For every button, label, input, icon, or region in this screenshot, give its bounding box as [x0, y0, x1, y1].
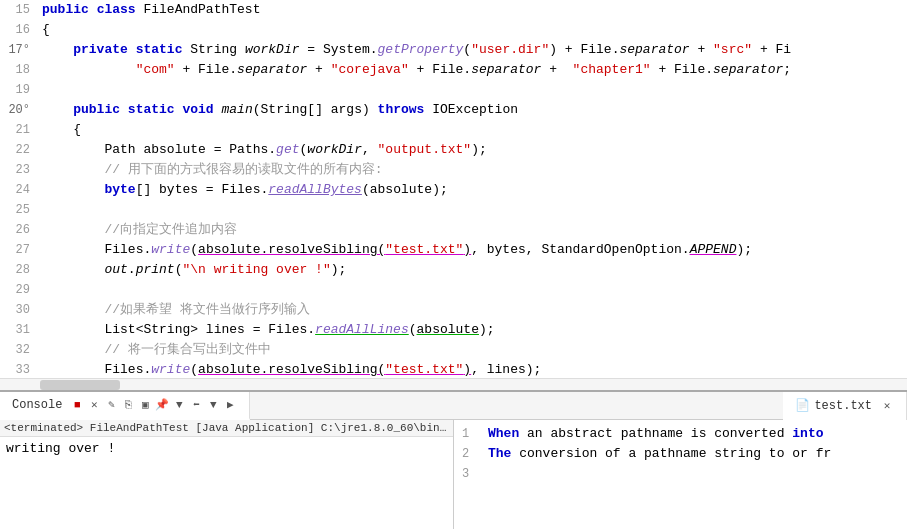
line-num-15: 15	[4, 0, 30, 20]
code-line-15: public class FileAndPathTest	[42, 0, 907, 20]
code-line-23: // 用下面的方式很容易的读取文件的所有内容:	[42, 160, 907, 180]
edit-icon[interactable]: ✎	[104, 398, 118, 412]
line-num-27: 27	[4, 240, 30, 260]
line-num-21: 21	[4, 120, 30, 140]
code-line-25	[42, 200, 907, 220]
terminate-icon[interactable]: ■	[70, 398, 84, 412]
code-line-26: //向指定文件追加内容	[42, 220, 907, 240]
file-icon: 📄	[795, 392, 810, 420]
line-num-29: 29	[4, 280, 30, 300]
line-num-16: 16	[4, 20, 30, 40]
code-line-27: Files.write(absolute.resolveSibling("tes…	[42, 240, 907, 260]
file-line-content-2: The conversion of a pathname string to o…	[488, 444, 831, 464]
file-line-3: 3	[462, 464, 899, 484]
line-num-30: 30	[4, 300, 30, 320]
pin-icon[interactable]: 📌	[155, 398, 169, 412]
code-line-21: {	[42, 120, 907, 140]
code-line-16: {	[42, 20, 907, 40]
horizontal-scrollbar[interactable]	[0, 378, 907, 390]
file-line-1: 1 When an abstract pathname is converted…	[462, 424, 899, 444]
panel-tab-bar: Console ■ ✕ ✎ ⎘ ▣ 📌 ▼ ⬅ ▼ ▶ 📄 test.txt ✕	[0, 392, 907, 420]
file-line-num-2: 2	[462, 444, 482, 464]
console-terminated-label: <terminated> FileAndPathTest [Java Appli…	[4, 422, 453, 434]
dropdown-arrow-icon[interactable]: ▼	[172, 398, 186, 412]
line-num-17: 17°	[4, 40, 30, 60]
line-num-23: 23	[4, 160, 30, 180]
line-num-25: 25	[4, 200, 30, 220]
nav-icon1[interactable]: ⬅	[189, 398, 203, 412]
line-num-22: 22	[4, 140, 30, 160]
code-line-18: "com" + File.separator + "corejava" + Fi…	[42, 60, 907, 80]
code-lines: public class FileAndPathTest { private s…	[38, 0, 907, 378]
file-panel-content: 1 When an abstract pathname is converted…	[454, 420, 907, 488]
file-line-num-1: 1	[462, 424, 482, 444]
bottom-panel: Console ■ ✕ ✎ ⎘ ▣ 📌 ▼ ⬅ ▼ ▶ 📄 test.txt ✕	[0, 390, 907, 529]
line-num-28: 28	[4, 260, 30, 280]
file-line-num-3: 3	[462, 464, 482, 484]
code-line-31: List<String> lines = Files.readAllLines(…	[42, 320, 907, 340]
code-line-19	[42, 80, 907, 100]
line-num-33: 33	[4, 360, 30, 378]
code-line-30: //如果希望 将文件当做行序列输入	[42, 300, 907, 320]
code-line-17: private static String workDir = System.g…	[42, 40, 907, 60]
code-line-33: Files.write(absolute.resolveSibling("tes…	[42, 360, 907, 378]
line-num-32: 32	[4, 340, 30, 360]
line-num-18: 18	[4, 60, 30, 80]
console-tab-icons: ■ ✕ ✎ ⎘ ▣ 📌 ▼ ⬅ ▼ ▶	[70, 398, 237, 412]
tab-test-txt[interactable]: 📄 test.txt ✕	[783, 392, 907, 420]
console-panel: <terminated> FileAndPathTest [Java Appli…	[0, 420, 454, 529]
console-output-text: writing over !	[6, 441, 115, 456]
file-panel: 1 When an abstract pathname is converted…	[454, 420, 907, 529]
copy-icon[interactable]: ⎘	[121, 398, 135, 412]
line-num-19: 19	[4, 80, 30, 100]
code-line-29	[42, 280, 907, 300]
console-view-icon[interactable]: ▣	[138, 398, 152, 412]
line-numbers: 15 16 17° 18 19 20° 21 22 23 24 25 26 27…	[0, 0, 38, 378]
line-num-31: 31	[4, 320, 30, 340]
code-line-32: // 将一行集合写出到文件中	[42, 340, 907, 360]
line-num-20: 20°	[4, 100, 30, 120]
line-num-26: 26	[4, 220, 30, 240]
code-editor: 15 16 17° 18 19 20° 21 22 23 24 25 26 27…	[0, 0, 907, 390]
line-num-24: 24	[4, 180, 30, 200]
nav-icon2[interactable]: ▼	[206, 398, 220, 412]
file-line-2: 2 The conversion of a pathname string to…	[462, 444, 899, 464]
file-line-content-1: When an abstract pathname is converted i…	[488, 424, 824, 444]
console-header: <terminated> FileAndPathTest [Java Appli…	[0, 420, 453, 437]
code-line-20: public static void main(String[] args) t…	[42, 100, 907, 120]
code-line-22: Path absolute = Paths.get(workDir, "outp…	[42, 140, 907, 160]
code-line-24: byte[] bytes = Files.readAllBytes(absolu…	[42, 180, 907, 200]
remove-icon[interactable]: ✕	[87, 398, 101, 412]
close-file-tab-icon[interactable]: ✕	[880, 399, 894, 413]
tab-console[interactable]: Console ■ ✕ ✎ ⎘ ▣ 📌 ▼ ⬅ ▼ ▶	[0, 392, 250, 420]
code-line-28: out.print("\n writing over !");	[42, 260, 907, 280]
console-output: writing over !	[0, 437, 453, 460]
file-tab-label: test.txt	[814, 392, 872, 420]
panel-content: <terminated> FileAndPathTest [Java Appli…	[0, 420, 907, 529]
nav-icon3[interactable]: ▶	[223, 398, 237, 412]
console-tab-label: Console	[12, 391, 62, 419]
